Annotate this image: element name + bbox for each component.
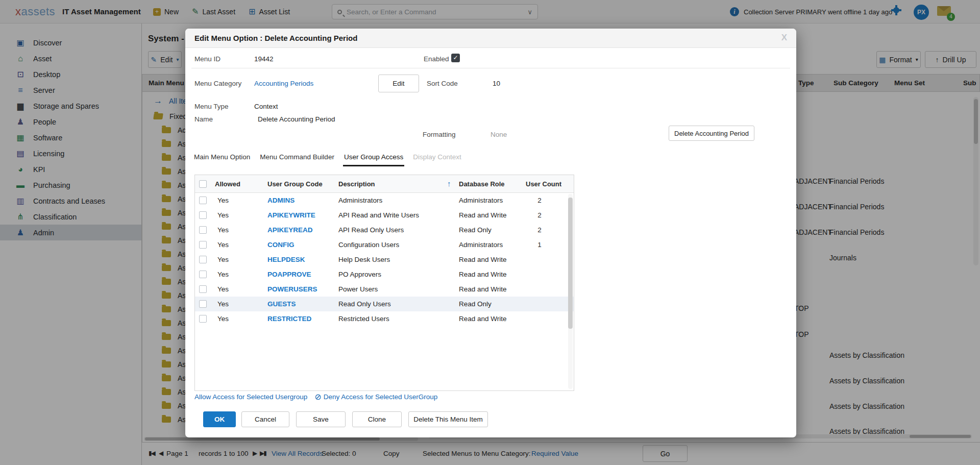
cell-database-role: Read Only — [459, 226, 492, 234]
user-group-row[interactable]: Yes POAPPROVE PO Approvers Read and Writ… — [195, 267, 574, 282]
ok-button[interactable]: OK — [203, 411, 236, 427]
user-group-row[interactable]: Yes CONFIG Configuration Users Administr… — [195, 237, 574, 252]
row-checkbox[interactable] — [199, 256, 207, 263]
app-window: xassets IT Asset Management + New ✎ Last… — [0, 0, 980, 465]
cell-description: Power Users — [338, 285, 378, 293]
column-user-count[interactable]: User Count — [526, 180, 561, 188]
deny-access-link[interactable]: Deny Access for Selected UserGroup — [324, 393, 438, 401]
formatting-label: Formatting — [423, 131, 456, 138]
sort-ascending-icon[interactable]: ↑ — [447, 179, 451, 188]
tab[interactable]: User Group Access — [343, 150, 404, 166]
tab[interactable]: Display Context — [412, 150, 462, 166]
cell-database-role: Read and Write — [459, 285, 507, 293]
cell-description: Help Desk Users — [338, 256, 390, 263]
tab[interactable]: Menu Command Builder — [259, 150, 335, 166]
category-edit-button[interactable]: Edit — [378, 75, 419, 92]
user-group-row[interactable]: Yes APIKEYWRITE API Read and Write Users… — [195, 208, 574, 223]
cell-user-group-code-link[interactable]: POAPPROVE — [267, 271, 311, 278]
cell-user-group-code-link[interactable]: RESTRICTED — [267, 315, 311, 323]
column-description[interactable]: Description — [338, 180, 375, 188]
cell-database-role: Read and Write — [459, 211, 507, 219]
cell-allowed: Yes — [217, 241, 229, 249]
access-links: Allow Access for Selected Usergroup ⊘ De… — [194, 392, 437, 402]
user-group-row[interactable]: Yes APIKEYREAD API Read Only Users Read … — [195, 223, 574, 237]
dialog-header: Edit Menu Option : Delete Accounting Per… — [185, 29, 796, 48]
row-checkbox[interactable] — [199, 197, 207, 204]
cell-allowed: Yes — [217, 285, 229, 293]
cell-user-group-code-link[interactable]: APIKEYWRITE — [267, 211, 315, 219]
cell-allowed: Yes — [217, 315, 229, 323]
cell-description: API Read and Write Users — [338, 211, 419, 219]
table-scrollbar-thumb[interactable] — [568, 198, 573, 329]
table-body: Yes ADMINS Administrators Administrators… — [195, 193, 574, 326]
dialog-tabs: Main Menu OptionMenu Command BuilderUser… — [193, 150, 462, 166]
name-label: Name — [194, 115, 213, 123]
cell-user-group-code-link[interactable]: ADMINS — [267, 197, 295, 204]
row-checkbox[interactable] — [199, 211, 207, 219]
cell-database-role: Administrators — [459, 197, 503, 204]
column-database-role[interactable]: Database Role — [459, 180, 505, 188]
cell-user-group-code-link[interactable]: CONFIG — [267, 241, 295, 249]
cell-user-count: 2 — [529, 226, 550, 234]
close-icon[interactable]: X — [781, 33, 787, 43]
formatting-value: None — [491, 131, 507, 138]
cell-database-role: Read and Write — [459, 271, 507, 278]
user-group-row[interactable]: Yes HELPDESK Help Desk Users Read and Wr… — [195, 252, 574, 267]
enabled-label: Enabled — [424, 55, 449, 63]
cell-user-count: 1 — [529, 241, 550, 249]
cell-description: Restricted Users — [338, 315, 389, 323]
cell-user-count: 2 — [529, 211, 550, 219]
cell-user-count: 2 — [529, 197, 550, 204]
save-button[interactable]: Save — [296, 411, 346, 427]
row-checkbox[interactable] — [199, 226, 207, 234]
cell-allowed: Yes — [217, 271, 229, 278]
table-header-row: Allowed User Group Code Description ↑ Da… — [195, 175, 574, 193]
column-allowed[interactable]: Allowed — [215, 180, 240, 188]
delete-this-menu-item-button[interactable]: Delete This Menu Item — [408, 411, 488, 427]
sort-code-label: Sort Code — [427, 80, 458, 87]
cell-user-group-code-link[interactable]: HELPDESK — [267, 256, 305, 263]
no-entry-icon: ⊘ — [314, 392, 321, 402]
cell-user-group-code-link[interactable]: POWERUSERS — [267, 285, 317, 293]
cell-allowed: Yes — [217, 300, 229, 308]
menu-id-value: 19442 — [254, 55, 274, 63]
allow-access-link[interactable]: Allow Access for Selected Usergroup — [194, 393, 307, 401]
select-all-checkbox[interactable] — [199, 180, 207, 188]
cell-allowed: Yes — [217, 211, 229, 219]
cell-description: Configuration Users — [338, 241, 399, 249]
user-group-row[interactable]: Yes ADMINS Administrators Administrators… — [195, 193, 574, 208]
clone-button[interactable]: Clone — [352, 411, 402, 427]
cell-database-role: Read and Write — [459, 256, 507, 263]
cell-database-role: Read and Write — [459, 315, 507, 323]
menu-type-value: Context — [254, 103, 278, 110]
cancel-button[interactable]: Cancel — [241, 411, 289, 427]
cell-description: PO Approvers — [338, 271, 381, 278]
user-group-row[interactable]: Yes GUESTS Read Only Users Read Only — [195, 297, 574, 311]
cell-user-group-code-link[interactable]: APIKEYREAD — [267, 226, 313, 234]
sort-code-value: 10 — [493, 80, 500, 87]
edit-menu-option-dialog: Edit Menu Option : Delete Accounting Per… — [185, 29, 796, 437]
cell-user-group-code-link[interactable]: GUESTS — [267, 300, 296, 308]
row-checkbox[interactable] — [199, 271, 207, 278]
menu-category-label: Menu Category — [194, 80, 241, 87]
user-group-table: Allowed User Group Code Description ↑ Da… — [194, 175, 574, 391]
name-value: Delete Accounting Period — [258, 115, 335, 123]
dialog-actions: OK Cancel Save Clone Delete This Menu It… — [203, 411, 488, 427]
menu-id-label: Menu ID — [194, 55, 220, 63]
cell-allowed: Yes — [217, 256, 229, 263]
user-group-row[interactable]: Yes RESTRICTED Restricted Users Read and… — [195, 311, 574, 326]
row-checkbox[interactable] — [199, 315, 207, 323]
cell-allowed: Yes — [217, 197, 229, 204]
cell-description: Read Only Users — [338, 300, 391, 308]
menu-category-link[interactable]: Accounting Periods — [254, 80, 313, 87]
user-group-row[interactable]: Yes POWERUSERS Power Users Read and Writ… — [195, 282, 574, 297]
divider — [191, 68, 790, 68]
row-checkbox[interactable] — [199, 300, 207, 308]
dialog-title: Edit Menu Option : Delete Accounting Per… — [194, 34, 357, 42]
enabled-checkbox[interactable]: ✓ — [451, 54, 460, 62]
row-checkbox[interactable] — [199, 285, 207, 293]
row-checkbox[interactable] — [199, 241, 207, 249]
tab[interactable]: Main Menu Option — [193, 150, 251, 166]
delete-accounting-period-button[interactable]: Delete Accounting Period — [669, 126, 754, 141]
column-user-group-code[interactable]: User Group Code — [267, 180, 323, 188]
